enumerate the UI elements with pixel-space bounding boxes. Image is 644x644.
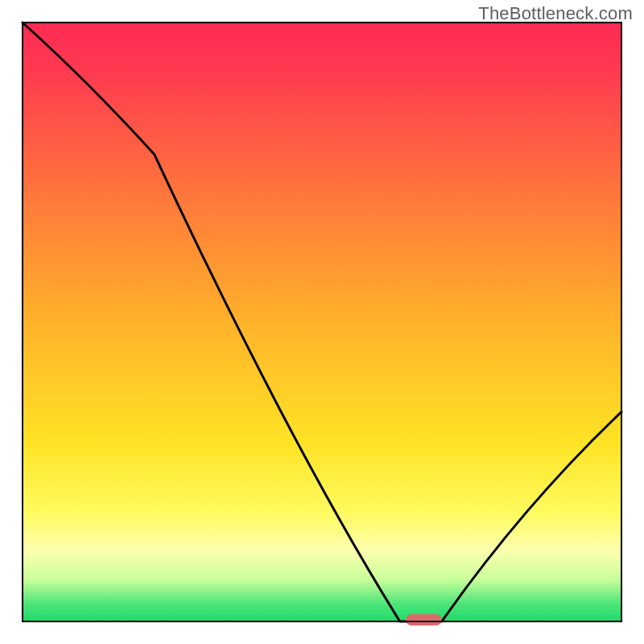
optimal-range-marker [406,614,442,625]
bottleneck-chart [0,0,644,644]
chart-container: TheBottleneck.com [0,0,644,644]
chart-background [23,23,621,621]
